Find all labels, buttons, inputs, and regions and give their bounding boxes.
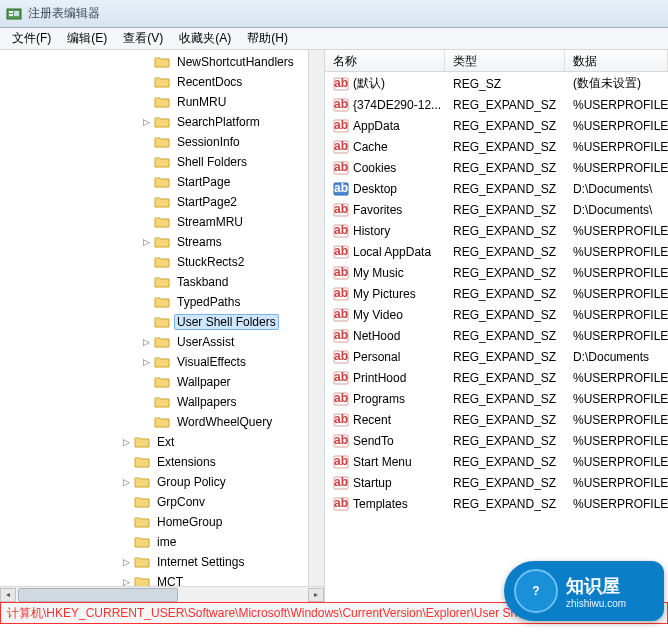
expander-icon[interactable]: ▷ [120,556,132,568]
list-row[interactable]: abCacheREG_EXPAND_SZ%USERPROFILE [325,136,668,157]
expander-icon[interactable]: ▷ [140,236,152,248]
registry-tree[interactable]: NewShortcutHandlersRecentDocsRunMRU▷Sear… [0,50,308,586]
folder-icon [134,515,150,529]
list-row[interactable]: abTemplatesREG_EXPAND_SZ%USERPROFILE [325,493,668,514]
list-row[interactable]: abPersonalREG_EXPAND_SZD:\Documents [325,346,668,367]
list-row[interactable]: abProgramsREG_EXPAND_SZ%USERPROFILE [325,388,668,409]
list-row[interactable]: abStart MenuREG_EXPAND_SZ%USERPROFILE [325,451,668,472]
tree-item[interactable]: Shell Folders [0,152,308,172]
svg-text:ab: ab [334,202,348,216]
tree-item[interactable]: ▷Streams [0,232,308,252]
value-name: Desktop [353,182,397,196]
menu-bar: 文件(F) 编辑(E) 查看(V) 收藏夹(A) 帮助(H) [0,28,668,50]
column-data[interactable]: 数据 [565,50,668,71]
tree-item[interactable]: Wallpaper [0,372,308,392]
scroll-left-button[interactable]: ◂ [0,588,16,602]
folder-icon [154,115,170,129]
column-type[interactable]: 类型 [445,50,565,71]
value-type: REG_EXPAND_SZ [445,308,565,322]
value-data: D:\Documents [565,350,668,364]
tree-item[interactable]: StartPage [0,172,308,192]
tree-item[interactable]: SessionInfo [0,132,308,152]
folder-icon [134,495,150,509]
value-data: %USERPROFILE [565,497,668,511]
tree-item[interactable]: RecentDocs [0,72,308,92]
tree-item[interactable]: ▷SearchPlatform [0,112,308,132]
tree-item-label: StartPage2 [174,194,240,210]
tree-horizontal-scrollbar[interactable]: ◂ ▸ [0,586,324,602]
tree-item[interactable]: ▷MCT [0,572,308,586]
tree-item[interactable]: StreamMRU [0,212,308,232]
list-row[interactable]: ab{374DE290-12...REG_EXPAND_SZ%USERPROFI… [325,94,668,115]
tree-item[interactable]: StuckRects2 [0,252,308,272]
tree-item[interactable]: User Shell Folders [0,312,308,332]
list-row[interactable]: abDesktopREG_EXPAND_SZD:\Documents\ [325,178,668,199]
list-row[interactable]: abCookiesREG_EXPAND_SZ%USERPROFILE [325,157,668,178]
tree-item[interactable]: ▷Group Policy [0,472,308,492]
expander-icon[interactable]: ▷ [120,576,132,586]
menu-help[interactable]: 帮助(H) [239,27,296,50]
string-value-icon: ab [333,223,349,239]
tree-item[interactable]: ▷VisualEffects [0,352,308,372]
tree-item[interactable]: GrpConv [0,492,308,512]
scroll-thumb[interactable] [18,588,178,602]
column-name[interactable]: 名称 [325,50,445,71]
value-name: Favorites [353,203,402,217]
tree-vertical-scrollbar[interactable] [308,50,324,586]
folder-icon [154,135,170,149]
menu-favorites[interactable]: 收藏夹(A) [171,27,239,50]
tree-item[interactable]: ime [0,532,308,552]
value-type: REG_EXPAND_SZ [445,140,565,154]
expander-icon[interactable]: ▷ [120,436,132,448]
list-row[interactable]: abNetHoodREG_EXPAND_SZ%USERPROFILE [325,325,668,346]
menu-edit[interactable]: 编辑(E) [59,27,115,50]
menu-view[interactable]: 查看(V) [115,27,171,50]
list-row[interactable]: abPrintHoodREG_EXPAND_SZ%USERPROFILE [325,367,668,388]
value-name: SendTo [353,434,394,448]
scroll-right-button[interactable]: ▸ [308,588,324,602]
svg-text:ab: ab [334,412,348,426]
list-row[interactable]: abFavoritesREG_EXPAND_SZD:\Documents\ [325,199,668,220]
expander-icon [140,76,152,88]
value-name: Cache [353,140,388,154]
tree-item[interactable]: WordWheelQuery [0,412,308,432]
list-row[interactable]: abMy MusicREG_EXPAND_SZ%USERPROFILE [325,262,668,283]
string-value-icon: ab [333,307,349,323]
tree-item[interactable]: Taskband [0,272,308,292]
tree-item[interactable]: ▷UserAssist [0,332,308,352]
tree-item[interactable]: Extensions [0,452,308,472]
list-row[interactable]: abAppDataREG_EXPAND_SZ%USERPROFILE [325,115,668,136]
value-data: %USERPROFILE [565,413,668,427]
expander-icon[interactable]: ▷ [140,356,152,368]
list-row[interactable]: abMy PicturesREG_EXPAND_SZ%USERPROFILE [325,283,668,304]
tree-item[interactable]: HomeGroup [0,512,308,532]
expander-icon[interactable]: ▷ [120,476,132,488]
value-data: %USERPROFILE [565,455,668,469]
list-row[interactable]: abStartupREG_EXPAND_SZ%USERPROFILE [325,472,668,493]
expander-icon [140,196,152,208]
value-type: REG_EXPAND_SZ [445,287,565,301]
value-type: REG_EXPAND_SZ [445,224,565,238]
values-list[interactable]: ab(默认)REG_SZ(数值未设置)ab{374DE290-12...REG_… [325,72,668,515]
tree-item[interactable]: RunMRU [0,92,308,112]
folder-icon [154,315,170,329]
list-row[interactable]: ab(默认)REG_SZ(数值未设置) [325,73,668,94]
content-area: NewShortcutHandlersRecentDocsRunMRU▷Sear… [0,50,668,602]
expander-icon[interactable]: ▷ [140,116,152,128]
folder-icon [154,355,170,369]
tree-item[interactable]: ▷Ext [0,432,308,452]
tree-item-label: RecentDocs [174,74,245,90]
tree-item[interactable]: TypedPaths [0,292,308,312]
menu-file[interactable]: 文件(F) [4,27,59,50]
list-row[interactable]: abLocal AppDataREG_EXPAND_SZ%USERPROFILE [325,241,668,262]
list-row[interactable]: abMy VideoREG_EXPAND_SZ%USERPROFILE [325,304,668,325]
tree-item[interactable]: NewShortcutHandlers [0,52,308,72]
list-row[interactable]: abSendToREG_EXPAND_SZ%USERPROFILE [325,430,668,451]
expander-icon [140,296,152,308]
tree-item[interactable]: StartPage2 [0,192,308,212]
list-row[interactable]: abRecentREG_EXPAND_SZ%USERPROFILE [325,409,668,430]
list-row[interactable]: abHistoryREG_EXPAND_SZ%USERPROFILE [325,220,668,241]
expander-icon[interactable]: ▷ [140,336,152,348]
tree-item[interactable]: ▷Internet Settings [0,552,308,572]
tree-item[interactable]: Wallpapers [0,392,308,412]
